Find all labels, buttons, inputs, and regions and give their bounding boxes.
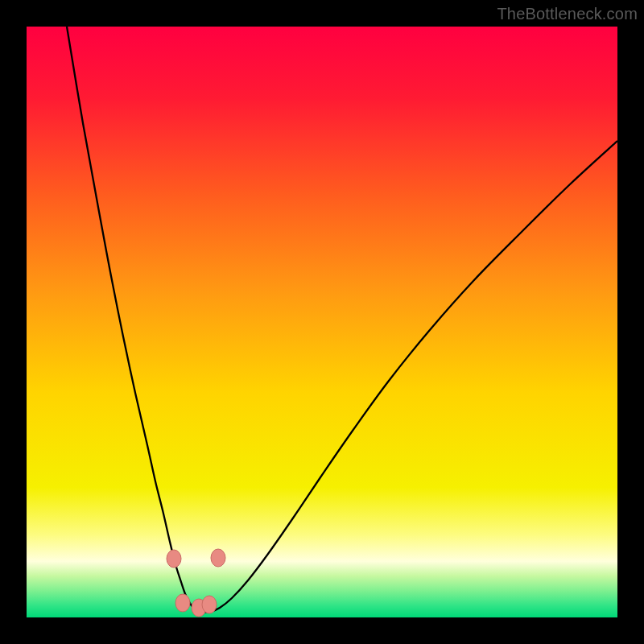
chart-frame: TheBottleneck.com bbox=[0, 0, 644, 644]
watermark-text: TheBottleneck.com bbox=[497, 5, 638, 23]
background-gradient bbox=[27, 27, 617, 617]
plot-area bbox=[27, 27, 617, 617]
svg-rect-0 bbox=[27, 27, 617, 617]
